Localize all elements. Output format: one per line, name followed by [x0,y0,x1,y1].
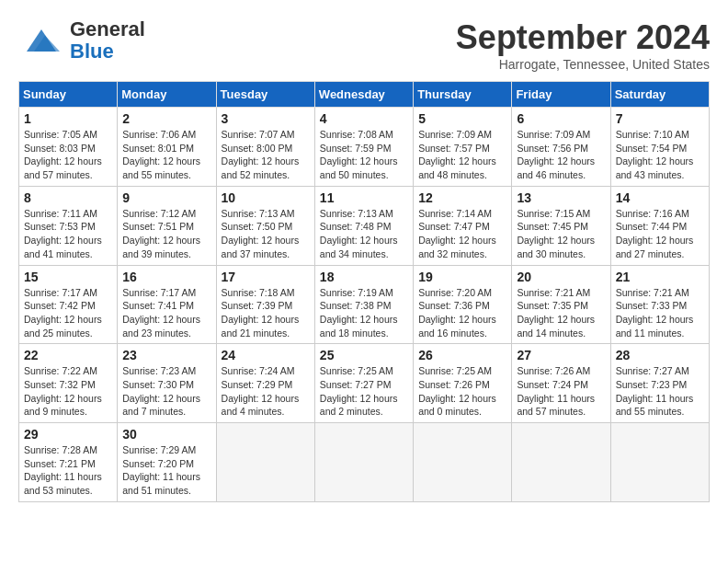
calendar-day-cell: 23 Sunrise: 7:23 AM Sunset: 7:30 PM Dayl… [118,344,216,423]
day-info: Sunrise: 7:13 AM Sunset: 7:48 PM Dayligh… [320,207,408,261]
day-number: 9 [122,190,210,205]
day-info: Sunrise: 7:27 AM Sunset: 7:23 PM Dayligh… [616,364,704,419]
day-info: Sunrise: 7:21 AM Sunset: 7:33 PM Dayligh… [616,286,704,340]
day-number: 25 [320,348,408,362]
calendar-day-cell: 16 Sunrise: 7:17 AM Sunset: 7:41 PM Dayl… [118,265,216,344]
day-number: 6 [517,111,605,126]
day-number: 8 [24,190,112,205]
day-info: Sunrise: 7:15 AM Sunset: 7:45 PM Dayligh… [517,207,605,261]
weekday-header: Thursday [414,82,512,108]
calendar-day-cell [314,423,413,502]
day-info: Sunrise: 7:07 AM Sunset: 8:00 PM Dayligh… [222,128,310,182]
day-number: 5 [418,111,506,126]
calendar-day-cell [216,423,314,502]
day-number: 4 [320,111,408,126]
day-info: Sunrise: 7:16 AM Sunset: 7:44 PM Dayligh… [616,207,704,261]
day-info: Sunrise: 7:06 AM Sunset: 8:01 PM Dayligh… [122,128,210,182]
day-number: 16 [122,270,210,284]
day-number: 13 [517,190,605,205]
day-number: 19 [418,270,506,284]
day-info: Sunrise: 7:22 AM Sunset: 7:32 PM Dayligh… [24,364,112,419]
weekday-header: Friday [512,82,610,108]
day-info: Sunrise: 7:14 AM Sunset: 7:47 PM Dayligh… [418,207,506,261]
day-info: Sunrise: 7:20 AM Sunset: 7:36 PM Dayligh… [418,286,506,340]
calendar-day-cell: 13 Sunrise: 7:15 AM Sunset: 7:45 PM Dayl… [512,186,610,265]
day-info: Sunrise: 7:13 AM Sunset: 7:50 PM Dayligh… [222,207,310,261]
weekday-header-row: SundayMondayTuesdayWednesdayThursdayFrid… [19,82,710,108]
calendar-week-row: 1 Sunrise: 7:05 AM Sunset: 8:03 PM Dayli… [19,108,710,187]
calendar-day-cell: 18 Sunrise: 7:19 AM Sunset: 7:38 PM Dayl… [314,265,413,344]
day-info: Sunrise: 7:18 AM Sunset: 7:39 PM Dayligh… [222,286,310,340]
day-number: 1 [24,111,112,126]
calendar-day-cell: 14 Sunrise: 7:16 AM Sunset: 7:44 PM Dayl… [610,186,709,265]
day-info: Sunrise: 7:17 AM Sunset: 7:42 PM Dayligh… [24,286,112,340]
day-number: 28 [616,348,704,362]
calendar-day-cell [512,423,610,502]
calendar-week-row: 8 Sunrise: 7:11 AM Sunset: 7:53 PM Dayli… [19,186,710,265]
day-info: Sunrise: 7:29 AM Sunset: 7:20 PM Dayligh… [122,443,210,498]
day-info: Sunrise: 7:05 AM Sunset: 8:03 PM Dayligh… [24,128,112,182]
day-info: Sunrise: 7:23 AM Sunset: 7:30 PM Dayligh… [122,364,210,419]
day-info: Sunrise: 7:10 AM Sunset: 7:54 PM Dayligh… [616,128,704,182]
day-info: Sunrise: 7:25 AM Sunset: 7:26 PM Dayligh… [418,364,506,419]
logo: General Blue [18,18,145,63]
day-info: Sunrise: 7:24 AM Sunset: 7:29 PM Dayligh… [222,364,310,419]
calendar-week-row: 29 Sunrise: 7:28 AM Sunset: 7:21 PM Dayl… [19,423,710,502]
calendar-week-row: 15 Sunrise: 7:17 AM Sunset: 7:42 PM Dayl… [19,265,710,344]
weekday-header: Saturday [610,82,709,108]
day-number: 11 [320,190,408,205]
calendar-day-cell: 12 Sunrise: 7:14 AM Sunset: 7:47 PM Dayl… [414,186,512,265]
calendar-day-cell: 4 Sunrise: 7:08 AM Sunset: 7:59 PM Dayli… [314,108,413,187]
calendar-day-cell: 21 Sunrise: 7:21 AM Sunset: 7:33 PM Dayl… [610,265,709,344]
calendar-day-cell: 20 Sunrise: 7:21 AM Sunset: 7:35 PM Dayl… [512,265,610,344]
weekday-header: Tuesday [216,82,314,108]
calendar-day-cell: 24 Sunrise: 7:24 AM Sunset: 7:29 PM Dayl… [216,344,314,423]
day-number: 30 [122,427,210,442]
calendar-day-cell: 15 Sunrise: 7:17 AM Sunset: 7:42 PM Dayl… [19,265,118,344]
day-info: Sunrise: 7:26 AM Sunset: 7:24 PM Dayligh… [517,364,605,419]
calendar-day-cell: 19 Sunrise: 7:20 AM Sunset: 7:36 PM Dayl… [414,265,512,344]
day-info: Sunrise: 7:19 AM Sunset: 7:38 PM Dayligh… [320,286,408,340]
day-number: 20 [517,270,605,284]
day-number: 3 [222,111,310,126]
calendar-day-cell: 30 Sunrise: 7:29 AM Sunset: 7:20 PM Dayl… [118,423,216,502]
weekday-header: Wednesday [314,82,413,108]
calendar-day-cell: 9 Sunrise: 7:12 AM Sunset: 7:51 PM Dayli… [118,186,216,265]
calendar-day-cell: 6 Sunrise: 7:09 AM Sunset: 7:56 PM Dayli… [512,108,610,187]
calendar-day-cell: 3 Sunrise: 7:07 AM Sunset: 8:00 PM Dayli… [216,108,314,187]
calendar-day-cell: 1 Sunrise: 7:05 AM Sunset: 8:03 PM Dayli… [19,108,118,187]
day-info: Sunrise: 7:11 AM Sunset: 7:53 PM Dayligh… [24,207,112,261]
day-number: 26 [418,348,506,362]
day-info: Sunrise: 7:28 AM Sunset: 7:21 PM Dayligh… [24,443,112,498]
title-block: September 2024 Harrogate, Tennessee, Uni… [456,18,710,72]
calendar-day-cell: 17 Sunrise: 7:18 AM Sunset: 7:39 PM Dayl… [216,265,314,344]
day-info: Sunrise: 7:21 AM Sunset: 7:35 PM Dayligh… [517,286,605,340]
day-info: Sunrise: 7:12 AM Sunset: 7:51 PM Dayligh… [122,207,210,261]
weekday-header: Monday [118,82,216,108]
calendar-day-cell: 8 Sunrise: 7:11 AM Sunset: 7:53 PM Dayli… [19,186,118,265]
day-number: 22 [24,348,112,362]
day-info: Sunrise: 7:09 AM Sunset: 7:57 PM Dayligh… [418,128,506,182]
calendar-day-cell: 29 Sunrise: 7:28 AM Sunset: 7:21 PM Dayl… [19,423,118,502]
calendar-day-cell: 26 Sunrise: 7:25 AM Sunset: 7:26 PM Dayl… [414,344,512,423]
day-number: 15 [24,270,112,284]
calendar-week-row: 22 Sunrise: 7:22 AM Sunset: 7:32 PM Dayl… [19,344,710,423]
calendar-day-cell: 2 Sunrise: 7:06 AM Sunset: 8:01 PM Dayli… [118,108,216,187]
day-number: 10 [222,190,310,205]
day-number: 12 [418,190,506,205]
day-number: 17 [222,270,310,284]
logo-icon [18,22,64,59]
day-number: 18 [320,270,408,284]
day-info: Sunrise: 7:25 AM Sunset: 7:27 PM Dayligh… [320,364,408,419]
page-header: General Blue September 2024 Harrogate, T… [18,18,710,72]
calendar-table: SundayMondayTuesdayWednesdayThursdayFrid… [18,81,710,502]
day-number: 14 [616,190,704,205]
day-number: 23 [122,348,210,362]
calendar-day-cell: 10 Sunrise: 7:13 AM Sunset: 7:50 PM Dayl… [216,186,314,265]
day-number: 27 [517,348,605,362]
day-info: Sunrise: 7:08 AM Sunset: 7:59 PM Dayligh… [320,128,408,182]
calendar-day-cell [414,423,512,502]
logo-text: General Blue [70,18,145,63]
month-title: September 2024 [456,18,710,57]
day-number: 21 [616,270,704,284]
